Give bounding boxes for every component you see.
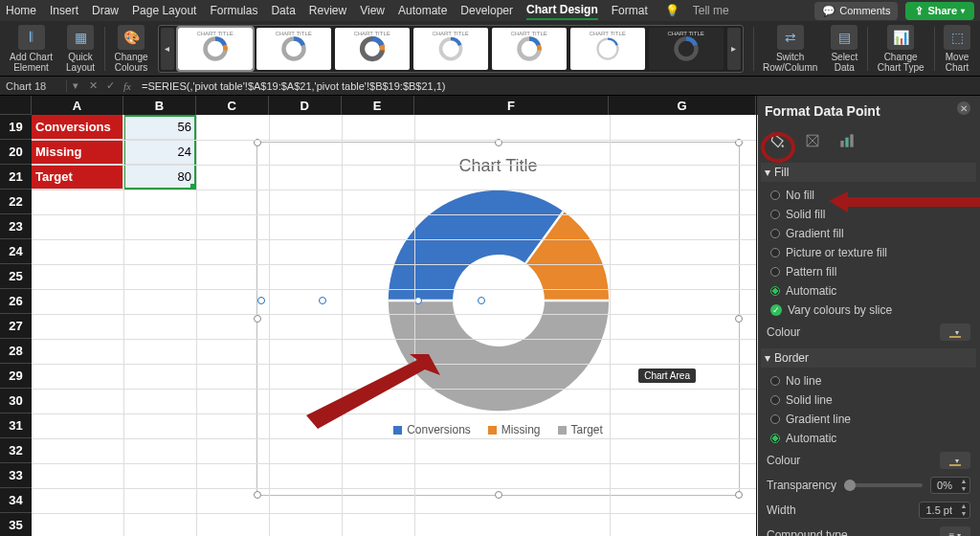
legend-conversions[interactable]: Conversions [393, 423, 471, 436]
tab-data[interactable]: Data [271, 2, 295, 19]
tab-page-layout[interactable]: Page Layout [132, 2, 196, 19]
tab-insert[interactable]: Insert [50, 2, 78, 19]
border-no-line[interactable]: No line [765, 371, 972, 391]
fill-pattern[interactable]: Pattern fill [765, 262, 972, 281]
chart-style-5[interactable]: CHART TITLE [492, 28, 567, 70]
row-header-29[interactable]: 29 [0, 364, 32, 389]
row-header-20[interactable]: 20 [0, 140, 32, 165]
col-header-e[interactable]: E [342, 96, 414, 115]
tab-developer[interactable]: Developer [460, 2, 513, 19]
slice-target[interactable] [388, 301, 608, 411]
row-header-31[interactable]: 31 [0, 413, 32, 438]
chart-style-2[interactable]: CHART TITLE [256, 28, 331, 70]
transparency-spinner[interactable]: 0%▲▼ [930, 477, 970, 494]
row-header-28[interactable]: 28 [0, 339, 32, 364]
series-options-tab-icon[interactable] [835, 130, 858, 151]
chart-style-4[interactable]: CHART TITLE [413, 28, 488, 70]
col-header-d[interactable]: D [269, 96, 342, 115]
change-chart-type-button[interactable]: 📊Change Chart Type [874, 23, 928, 75]
fill-section-header[interactable]: ▾Fill [761, 163, 976, 182]
border-solid[interactable]: Solid line [765, 391, 972, 410]
cell-a19[interactable]: Conversions [32, 115, 123, 140]
width-spinner[interactable]: 1.5 pt▲▼ [919, 502, 970, 519]
fx-icon[interactable]: fx [119, 80, 136, 92]
fill-gradient[interactable]: Gradient fill [765, 224, 972, 243]
border-gradient[interactable]: Gradient line [765, 410, 972, 429]
tab-format[interactable]: Format [612, 2, 648, 19]
chart-style-7[interactable]: CHART TITLE [649, 28, 724, 70]
share-button[interactable]: ⇪Share▾ [905, 2, 974, 20]
tab-review[interactable]: Review [309, 2, 346, 19]
row-header-32[interactable]: 32 [0, 438, 32, 463]
tab-chart-design[interactable]: Chart Design [526, 1, 598, 20]
formula-input[interactable]: =SERIES(,'pivot table'!$A$19:$A$21,'pivo… [136, 80, 980, 92]
chart-object[interactable]: Chart Title [256, 142, 740, 496]
datapoint-handle[interactable] [478, 297, 485, 304]
row-header-30[interactable]: 30 [0, 389, 32, 413]
tab-home[interactable]: Home [6, 2, 36, 19]
row-header-34[interactable]: 34 [0, 488, 32, 513]
chart-style-3[interactable]: CHART TITLE [335, 28, 410, 70]
border-automatic[interactable]: Automatic [765, 429, 972, 448]
select-data-button[interactable]: ▤Select Data [827, 23, 861, 75]
gallery-prev[interactable]: ◂ [161, 28, 174, 70]
fill-line-tab-icon[interactable] [767, 130, 790, 151]
name-box[interactable]: Chart 18 [0, 80, 67, 92]
vary-colours-checkbox[interactable]: ✓Vary colours by slice [765, 301, 972, 320]
resize-handle-se[interactable] [735, 491, 743, 499]
chart-legend[interactable]: Conversions Missing Target [257, 423, 739, 436]
tab-formulas[interactable]: Formulas [210, 2, 257, 19]
chart-style-1[interactable]: CHART TITLE [178, 28, 253, 70]
fill-no-fill[interactable]: No fill [765, 186, 972, 205]
row-header-27[interactable]: 27 [0, 314, 32, 339]
legend-missing[interactable]: Missing [488, 423, 541, 436]
fx-dropdown[interactable]: ▾ [67, 79, 84, 92]
row-header-22[interactable]: 22 [0, 190, 32, 214]
col-header-f[interactable]: F [414, 96, 610, 115]
row-header-23[interactable]: 23 [0, 214, 32, 239]
col-header-c[interactable]: C [196, 96, 269, 115]
datapoint-handle[interactable] [257, 297, 265, 304]
add-chart-element-button[interactable]: 𝄃Add Chart Element [6, 23, 56, 75]
cell-b20[interactable]: 24 [123, 140, 196, 165]
tellme[interactable]: Tell me [693, 2, 729, 19]
fill-colour-picker[interactable] [940, 324, 970, 341]
tab-view[interactable]: View [360, 2, 385, 19]
datapoint-handle[interactable] [414, 297, 422, 304]
move-chart-button[interactable]: ⬚Move Chart [940, 23, 974, 75]
col-header-a[interactable]: A [32, 96, 123, 115]
col-header-g[interactable]: G [609, 96, 756, 115]
fill-solid[interactable]: Solid fill [765, 205, 972, 224]
tab-automate[interactable]: Automate [398, 2, 447, 19]
row-header-19[interactable]: 19 [0, 115, 32, 140]
datapoint-handle[interactable] [319, 297, 326, 304]
chart-title[interactable]: Chart Title [257, 156, 739, 176]
transparency-slider[interactable] [844, 483, 923, 487]
fill-automatic[interactable]: Automatic [765, 281, 972, 301]
cell-a21[interactable]: Target [32, 165, 123, 190]
quick-layout-button[interactable]: ▦Quick Layout [62, 23, 99, 75]
worksheet[interactable]: ABCDEFG 19202122232425262728293031323334… [0, 96, 756, 536]
switch-row-column-button[interactable]: ⇄Switch Row/Column [759, 23, 821, 75]
comments-button[interactable]: 💬Comments [814, 2, 898, 20]
cell-b21[interactable]: 80 [123, 165, 196, 190]
legend-target[interactable]: Target [558, 423, 603, 436]
col-header-b[interactable]: B [123, 96, 196, 115]
compound-type-picker[interactable]: ≡ [940, 526, 970, 536]
border-colour-picker[interactable] [940, 452, 970, 469]
row-header-26[interactable]: 26 [0, 289, 32, 314]
fx-enter[interactable]: ✓ [101, 79, 119, 92]
cell-a20[interactable]: Missing [32, 140, 123, 165]
row-header-25[interactable]: 25 [0, 264, 32, 289]
cell-grid[interactable]: Conversions 56 Missing 24 Target 80 Char… [32, 115, 756, 536]
select-all-corner[interactable] [0, 96, 32, 115]
fill-picture[interactable]: Picture or texture fill [765, 243, 972, 262]
tab-draw[interactable]: Draw [92, 2, 119, 19]
row-header-35[interactable]: 35 [0, 513, 32, 536]
chart-style-6[interactable]: CHART TITLE [570, 28, 645, 70]
effects-tab-icon[interactable] [801, 130, 824, 151]
row-header-33[interactable]: 33 [0, 463, 32, 488]
change-colours-button[interactable]: 🎨Change Colours [111, 23, 152, 75]
gallery-next[interactable]: ▸ [727, 28, 741, 70]
row-header-24[interactable]: 24 [0, 239, 32, 264]
